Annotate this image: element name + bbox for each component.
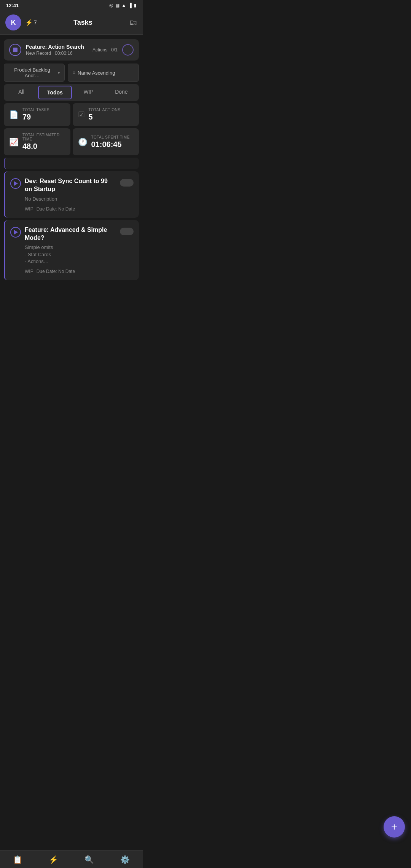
- actions-icon: ☑: [78, 110, 85, 119]
- backlog-filter-label: Product Backlog Anot…: [9, 67, 56, 78]
- task-due-date: Due Date: No Date: [37, 206, 75, 212]
- task-play-button[interactable]: [10, 178, 21, 189]
- task-description: Simple omits- Stat Cards- Actions…: [25, 244, 116, 265]
- calendar-icon: ▦: [115, 3, 119, 8]
- bolt-badge[interactable]: ⚡ 7: [25, 19, 37, 26]
- task-footer: WIP Due Date: No Date: [25, 269, 116, 274]
- active-task-time: 00:00:16: [55, 51, 73, 56]
- top-bar: K ⚡ 7 Tasks 🗂: [0, 11, 143, 35]
- play-icon: [14, 230, 18, 235]
- chevron-down-icon: ▾: [58, 71, 60, 75]
- status-icons: ◎ ▦ ▲ ▐ ▮: [109, 3, 137, 8]
- page-title: Tasks: [41, 19, 125, 27]
- total-spent-time-label: TOTAL SPENT TIME: [91, 135, 130, 139]
- folder-icon[interactable]: 🗂: [129, 18, 137, 27]
- total-spent-time-value: 01:06:45: [91, 140, 130, 149]
- stats-grid: 📄 TOTAL TASKS 79 ☑ TOTAL ACTIONS 5 📈 TOT…: [4, 103, 139, 155]
- tab-bar: All Todos WIP Done: [4, 84, 139, 101]
- bottom-nav: 📋 ⚡ 🔍 ⚙️: [0, 850, 143, 868]
- backlog-filter-button[interactable]: Product Backlog Anot… ▾: [4, 64, 65, 82]
- active-task-card[interactable]: Feature: Action Search New Record 00:00:…: [4, 39, 139, 61]
- wifi-icon: ▲: [122, 3, 126, 8]
- nav-quick-button[interactable]: ⚡: [49, 855, 58, 864]
- active-task-meta: New Record 00:00:16: [26, 51, 88, 56]
- task-title: Feature: Advanced & Simple Mode?: [25, 226, 116, 242]
- task-item[interactable]: Dev: Reset Sync Count to 99 on Startup N…: [4, 171, 139, 218]
- task-status: WIP: [25, 269, 33, 274]
- total-est-time-value: 48.0: [22, 142, 65, 151]
- nav-settings-button[interactable]: ⚙️: [120, 855, 130, 864]
- search-nav-icon: 🔍: [84, 855, 94, 864]
- total-actions-value: 5: [89, 113, 121, 121]
- active-task-title: Feature: Action Search: [26, 44, 88, 50]
- total-tasks-value: 79: [22, 113, 49, 121]
- active-task-actions: Actions 0/1: [92, 47, 118, 53]
- task-due-date: Due Date: No Date: [37, 269, 75, 274]
- estimated-time-icon: 📈: [9, 137, 19, 147]
- nav-search-button[interactable]: 🔍: [84, 855, 94, 864]
- battery-icon: ▮: [134, 3, 137, 8]
- total-tasks-label: TOTAL TASKS: [22, 108, 49, 112]
- task-status: WIP: [25, 206, 33, 212]
- new-record-label: New Record: [26, 51, 51, 56]
- user-avatar[interactable]: K: [5, 14, 21, 30]
- status-bar: 12:41 ◎ ▦ ▲ ▐ ▮: [0, 0, 143, 11]
- total-est-time-card: 📈 TOTAL ESTIMATED TIME 48.0: [4, 128, 70, 155]
- tab-wip[interactable]: WIP: [73, 86, 105, 99]
- total-actions-card: ☑ TOTAL ACTIONS 5: [73, 103, 139, 126]
- sort-filter-label: Name Ascending: [78, 70, 115, 76]
- tab-done[interactable]: Done: [105, 86, 137, 99]
- total-tasks-card: 📄 TOTAL TASKS 79: [4, 103, 70, 126]
- total-est-time-label: TOTAL ESTIMATED TIME: [22, 133, 65, 141]
- partial-task-card: [4, 158, 139, 169]
- task-toggle[interactable]: [120, 228, 134, 235]
- stop-icon[interactable]: [9, 44, 21, 56]
- task-play-button[interactable]: [10, 227, 21, 238]
- tasks-nav-icon: 📋: [13, 855, 22, 864]
- spent-time-icon: 🕐: [78, 137, 88, 147]
- sort-filter-button[interactable]: ≡ Name Ascending: [68, 64, 139, 82]
- active-task-info: Feature: Action Search New Record 00:00:…: [26, 44, 88, 56]
- task-footer: WIP Due Date: No Date: [25, 206, 116, 212]
- bolt-count: 7: [34, 19, 37, 26]
- location-icon: ◎: [109, 3, 113, 8]
- task-title: Dev: Reset Sync Count to 99 on Startup: [25, 177, 116, 193]
- task-item[interactable]: Feature: Advanced & Simple Mode? Simple …: [4, 220, 139, 280]
- total-spent-time-card: 🕐 TOTAL SPENT TIME 01:06:45: [73, 128, 139, 155]
- tab-todos[interactable]: Todos: [38, 86, 72, 99]
- play-icon: [14, 181, 18, 186]
- tab-all[interactable]: All: [5, 86, 37, 99]
- total-actions-label: TOTAL ACTIONS: [89, 108, 121, 112]
- actions-label: Actions: [92, 47, 107, 53]
- sort-icon: ≡: [73, 70, 75, 75]
- signal-icon: ▐: [128, 3, 132, 8]
- task-description: No Description: [25, 196, 116, 203]
- stop-square: [13, 48, 18, 52]
- tasks-icon: 📄: [9, 110, 19, 119]
- task-complete-circle[interactable]: [122, 44, 134, 56]
- quick-nav-icon: ⚡: [49, 855, 58, 864]
- actions-value: 0/1: [111, 47, 118, 53]
- bolt-icon: ⚡: [25, 19, 33, 26]
- settings-nav-icon: ⚙️: [120, 855, 130, 864]
- filter-row: Product Backlog Anot… ▾ ≡ Name Ascending: [4, 64, 139, 82]
- status-time: 12:41: [6, 3, 19, 8]
- main-content: Feature: Action Search New Record 00:00:…: [0, 39, 143, 332]
- nav-tasks-button[interactable]: 📋: [13, 855, 22, 864]
- task-toggle[interactable]: [120, 179, 134, 187]
